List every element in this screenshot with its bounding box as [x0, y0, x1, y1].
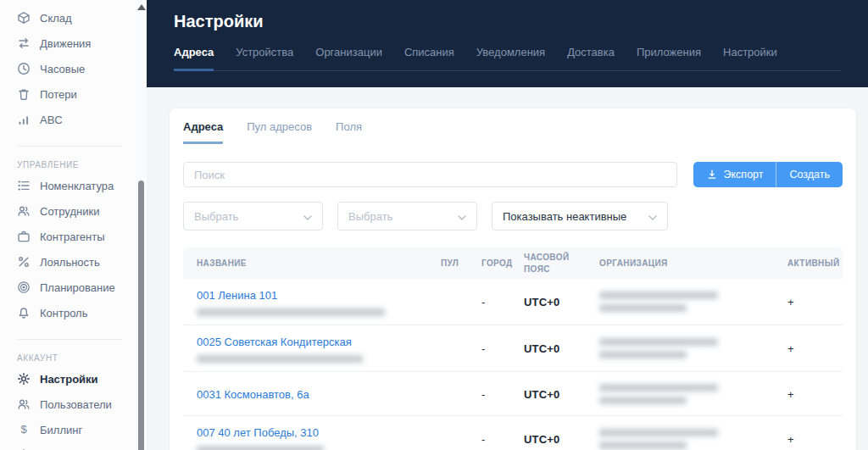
filter-select-1[interactable]: Выбрать — [183, 202, 323, 231]
filter-select-2[interactable]: Выбрать — [337, 202, 477, 231]
filter-select-placeholder: Выбрать — [348, 210, 392, 223]
sidebar-item-label: Биллинг — [40, 424, 82, 436]
table-row: 007 40 лет Победы, 310 - UTC+0 + — [183, 416, 843, 450]
briefcase-icon — [17, 230, 31, 243]
page-body: Адреса Пул адресов Поля Экспорт Создать — [147, 87, 868, 450]
city-cell: - — [481, 388, 485, 401]
main-area: Настройки Адреса Устройства Организации … — [147, 0, 868, 450]
address-link[interactable]: 0031 Космонавтов, 6а — [197, 388, 309, 401]
column-header-city: ГОРОД — [471, 258, 518, 269]
sidebar-item-nastroyki[interactable]: Настройки — [0, 366, 136, 392]
sidebar: Склад Движения Часовые Потери ABC УПРАВЛ… — [0, 0, 136, 450]
page-title: Настройки — [174, 12, 841, 31]
sidebar-item-label: Пользователи — [40, 398, 112, 411]
card-tab-adresa[interactable]: Адреса — [183, 120, 223, 144]
column-header-pool: ПУЛ — [429, 258, 471, 269]
timezone-cell: UTC+0 — [524, 388, 560, 401]
tab-uvedomleniya[interactable]: Уведомления — [476, 46, 545, 71]
column-header-active: АКТИВНЫЙ — [776, 258, 843, 269]
tab-dostavka[interactable]: Доставка — [567, 46, 615, 71]
table-row: 001 Ленина 101 - UTC+0 + — [183, 279, 843, 325]
redacted-address-subtext — [197, 308, 385, 316]
sidebar-item-dvizheniya[interactable]: Движения — [0, 31, 136, 56]
timezone-cell: UTC+0 — [524, 433, 560, 446]
sidebar-item-label: Сотрудники — [40, 205, 99, 218]
toolbar: Экспорт Создать — [183, 162, 843, 187]
timezone-cell: UTC+0 — [524, 296, 560, 308]
chevron-down-icon — [303, 210, 312, 223]
sidebar-section-title: УПРАВЛЕНИЕ — [0, 152, 136, 173]
card-tab-pul-adresov[interactable]: Пул адресов — [247, 120, 312, 144]
sidebar-item-loyalnost[interactable]: Лояльность — [0, 249, 136, 275]
address-link[interactable]: 001 Ленина 101 — [197, 289, 277, 302]
table-header-row: НАЗВАНИЕ ПУЛ ГОРОД ЧАСОВОЙ ПОЯС ОРГАНИЗА… — [183, 247, 843, 279]
card-tab-polya[interactable]: Поля — [336, 120, 362, 144]
sidebar-item-label: ABC — [40, 114, 63, 126]
city-cell: - — [481, 433, 485, 446]
scrollbar-thumb[interactable] — [138, 181, 144, 450]
sidebar-item-poteri[interactable]: Потери — [0, 81, 136, 107]
city-cell: - — [481, 342, 485, 355]
action-button-group: Экспорт Создать — [693, 162, 843, 187]
sidebar-item-polzovateli[interactable]: Пользователи — [0, 392, 136, 417]
list-icon — [17, 179, 31, 192]
gear-icon — [17, 372, 31, 386]
chevron-down-icon — [458, 210, 466, 223]
tab-ustroystva[interactable]: Устройства — [236, 46, 293, 71]
tab-spisaniya[interactable]: Списания — [404, 46, 454, 71]
bell-icon — [17, 306, 31, 319]
export-button-label: Экспорт — [724, 169, 764, 181]
address-link[interactable]: 0025 Советская Кондитерская — [197, 336, 352, 348]
export-button[interactable]: Экспорт — [693, 162, 777, 187]
search-input[interactable] — [183, 162, 677, 187]
sidebar-item-chasovye[interactable]: Часовые — [0, 56, 136, 81]
sidebar-item-planirovanie[interactable]: Планирование — [0, 275, 136, 300]
sidebar-item-sklad[interactable]: Склад — [0, 5, 136, 31]
sidebar-item-label: Склад — [40, 12, 72, 25]
tab-organizatsii[interactable]: Организации — [315, 46, 382, 71]
sidebar-divider — [17, 146, 122, 147]
card-tab-bar: Адреса Пул адресов Поля — [183, 120, 843, 144]
sidebar-item-label: Контрагенты — [40, 231, 105, 243]
sidebar-item-vyiti[interactable]: Выйти — [0, 442, 136, 450]
content-card: Адреса Пул адресов Поля Экспорт Создать — [170, 108, 856, 450]
sidebar-item-label: Движения — [40, 37, 91, 50]
sidebar-item-label: Часовые — [40, 63, 85, 75]
tab-nastroyki[interactable]: Настройки — [723, 46, 777, 71]
package-icon — [17, 11, 31, 25]
column-header-name: НАЗВАНИЕ — [183, 258, 429, 269]
sidebar-item-label: Планирование — [40, 281, 115, 294]
sidebar-item-sotrudniki[interactable]: Сотрудники — [0, 198, 136, 224]
city-cell: - — [481, 296, 485, 308]
redacted-organization-cell — [590, 384, 776, 404]
active-cell: + — [787, 296, 794, 308]
redacted-organization-cell — [590, 338, 776, 358]
sidebar-item-kontragenty[interactable]: Контрагенты — [0, 224, 136, 249]
tab-adresa[interactable]: Адреса — [174, 46, 214, 71]
sidebar-item-abc[interactable]: ABC — [0, 107, 136, 132]
sidebar-item-label: Настройки — [40, 373, 98, 386]
sidebar-scrollbar[interactable] — [136, 0, 147, 450]
chevron-down-icon — [648, 210, 657, 223]
header-tab-bar: Адреса Устройства Организации Списания У… — [174, 46, 841, 71]
clock-icon — [17, 62, 31, 75]
sidebar-item-kontrol[interactable]: Контроль — [0, 300, 136, 325]
create-button[interactable]: Создать — [776, 162, 843, 187]
show-inactive-select[interactable]: Показывать неактивные — [492, 202, 668, 231]
redacted-organization-cell — [590, 292, 776, 312]
sidebar-item-label: Номенклатура — [40, 180, 114, 192]
sidebar-item-nomenklatura[interactable]: Номенклатура — [0, 173, 136, 198]
sidebar-item-label: Контроль — [40, 307, 87, 319]
target-icon — [17, 281, 31, 294]
address-link[interactable]: 007 40 лет Победы, 310 — [197, 426, 319, 439]
tab-prilozheniya[interactable]: Приложения — [637, 46, 701, 71]
create-button-label: Создать — [789, 169, 830, 181]
column-header-timezone: ЧАСОВОЙ ПОЯС — [518, 252, 590, 275]
redacted-address-subtext — [197, 355, 363, 363]
sidebar-item-billing[interactable]: $ Биллинг — [0, 417, 136, 442]
active-cell: + — [787, 433, 794, 446]
sidebar-item-label: Лояльность — [40, 256, 100, 269]
table-row: 0025 Советская Кондитерская - UTC+0 + — [183, 325, 843, 372]
scroll-up-arrow-icon[interactable] — [137, 4, 146, 10]
sidebar-divider — [17, 339, 122, 340]
